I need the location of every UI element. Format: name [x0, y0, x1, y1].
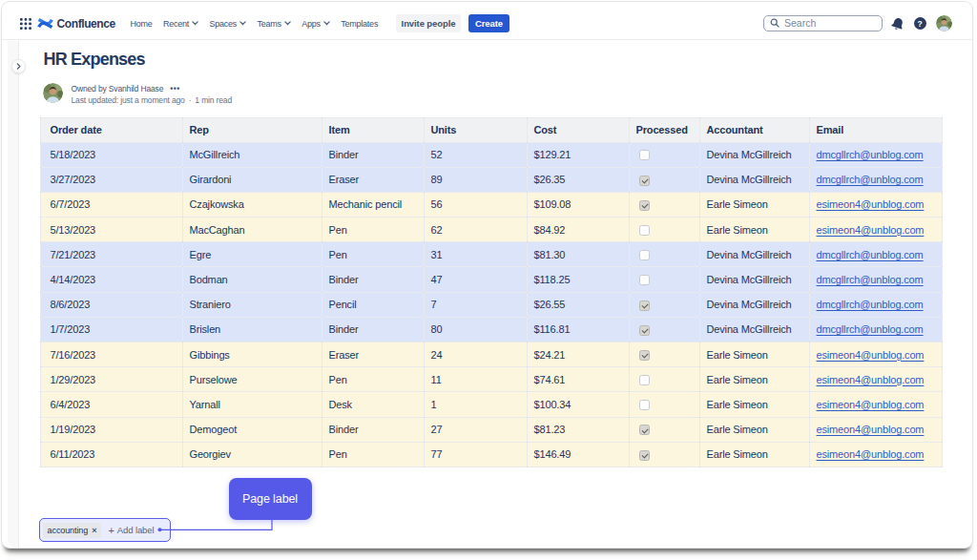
- nav-menu-item[interactable]: Home: [131, 19, 153, 29]
- invite-people-button[interactable]: Invite people: [396, 14, 461, 32]
- processed-checkbox[interactable]: [639, 275, 650, 285]
- label-chip-accounting[interactable]: accounting ×: [43, 523, 102, 538]
- email-link[interactable]: esimeon4@unblog.com: [817, 374, 925, 385]
- help-button[interactable]: ?: [914, 2, 926, 45]
- confluence-logo[interactable]: Confluence: [37, 15, 115, 31]
- table-row: 4/14/2023 Bodman Binder 47 $118.25 Devin…: [40, 267, 942, 292]
- cell-processed: [629, 417, 699, 442]
- processed-checkbox[interactable]: [639, 150, 650, 160]
- table-header-cell: Email: [809, 118, 942, 143]
- processed-checkbox[interactable]: [639, 450, 650, 461]
- processed-checkbox[interactable]: [639, 375, 650, 385]
- cell-accountant: Earle Simeon: [699, 367, 809, 392]
- cell-email: esimeon4@unblog.com: [809, 192, 942, 217]
- chevron-down-icon: [239, 21, 246, 26]
- nav-menu-item[interactable]: Recent: [163, 19, 198, 29]
- chevron-down-icon: [323, 21, 330, 26]
- email-link[interactable]: esimeon4@unblog.com: [817, 224, 925, 236]
- app-switcher-grid-icon[interactable]: [20, 18, 31, 30]
- processed-checkbox[interactable]: [639, 200, 650, 211]
- cell-rep: Egre: [182, 242, 322, 267]
- processed-checkbox[interactable]: [639, 425, 650, 435]
- owner-avatar[interactable]: [43, 83, 63, 103]
- cell-cost: $74.61: [527, 367, 629, 392]
- chevron-down-icon: [192, 21, 198, 26]
- cell-cost: $118.25: [527, 267, 629, 292]
- nav-menu-item-label: Teams: [258, 19, 281, 29]
- table-header-cell: Item: [322, 118, 424, 143]
- nav-menu-item[interactable]: Templates: [341, 19, 378, 29]
- cell-email: esimeon4@unblog.com: [809, 367, 942, 392]
- remove-label-icon[interactable]: ×: [92, 526, 96, 535]
- user-avatar-button[interactable]: [936, 2, 952, 45]
- cell-item: Binder: [322, 142, 424, 167]
- table-row: 5/18/2023 McGillreich Binder 52 $129.21 …: [40, 142, 942, 167]
- cell-email: esimeon4@unblog.com: [809, 442, 942, 467]
- cell-email: dmcgllrch@unblog.com: [809, 292, 942, 317]
- cell-processed: [629, 167, 699, 192]
- processed-checkbox[interactable]: [639, 301, 650, 311]
- cell-accountant: Earle Simeon: [699, 442, 809, 467]
- cell-email: dmcgllrch@unblog.com: [809, 242, 942, 267]
- email-link[interactable]: dmcgllrch@unblog.com: [817, 249, 924, 260]
- email-link[interactable]: dmcgllrch@unblog.com: [817, 323, 924, 335]
- cell-item: Binder: [322, 267, 424, 292]
- cell-email: dmcgllrch@unblog.com: [809, 142, 942, 167]
- email-link[interactable]: esimeon4@unblog.com: [817, 424, 925, 435]
- create-button[interactable]: Create: [468, 14, 509, 32]
- processed-checkbox[interactable]: [639, 250, 650, 260]
- cell-units: 7: [424, 292, 527, 317]
- email-link[interactable]: dmcgllrch@unblog.com: [817, 299, 924, 310]
- search-box[interactable]: [763, 15, 883, 31]
- cell-rep: MacCaghan: [182, 218, 322, 242]
- search-input[interactable]: [784, 17, 870, 29]
- cell-order-date: 8/6/2023: [40, 292, 182, 317]
- nav-menu-item[interactable]: Apps: [301, 19, 330, 29]
- email-link[interactable]: dmcgllrch@unblog.com: [817, 174, 924, 185]
- processed-checkbox[interactable]: [639, 225, 650, 236]
- table-header-cell: Accountant: [699, 118, 809, 143]
- email-link[interactable]: dmcgllrch@unblog.com: [817, 149, 924, 160]
- nav-menu-item-label: Spaces: [210, 19, 238, 29]
- processed-checkbox[interactable]: [639, 325, 650, 336]
- add-label-button[interactable]: + Add label: [108, 525, 154, 535]
- email-link[interactable]: dmcgllrch@unblog.com: [817, 274, 924, 285]
- cell-order-date: 4/14/2023: [40, 267, 182, 292]
- nav-menu: Home Recent Spaces: [131, 2, 379, 45]
- processed-checkbox[interactable]: [639, 350, 650, 361]
- app-window: Confluence Home Recent: [1, 1, 973, 549]
- processed-checkbox[interactable]: [639, 176, 650, 186]
- cell-accountant: Devina McGillreich: [699, 292, 809, 317]
- cell-rep: Bodman: [182, 267, 322, 292]
- cell-accountant: Earle Simeon: [699, 392, 809, 417]
- owned-by-text[interactable]: Owned by Svanhild Haase: [72, 84, 164, 95]
- question-mark-icon: ?: [914, 17, 926, 30]
- cell-units: 56: [424, 192, 527, 217]
- expand-sidebar-button[interactable]: [11, 59, 26, 73]
- email-link[interactable]: esimeon4@unblog.com: [817, 448, 925, 460]
- bell-icon: [889, 15, 906, 32]
- cell-processed: [629, 292, 699, 317]
- more-actions-button[interactable]: •••: [170, 84, 179, 95]
- processed-checkbox[interactable]: [639, 400, 650, 410]
- email-link[interactable]: esimeon4@unblog.com: [817, 349, 925, 361]
- cell-email: esimeon4@unblog.com: [809, 218, 942, 242]
- email-link[interactable]: esimeon4@unblog.com: [817, 399, 925, 410]
- nav-menu-item[interactable]: Teams: [258, 19, 291, 29]
- cell-order-date: 6/4/2023: [40, 392, 182, 417]
- cell-processed: [629, 317, 699, 342]
- plus-icon: +: [108, 526, 114, 535]
- cell-item: Desk: [322, 392, 424, 417]
- cell-email: esimeon4@unblog.com: [809, 417, 942, 442]
- last-updated-text[interactable]: Last updated: just a moment ago: [72, 95, 185, 107]
- cell-item: Binder: [322, 417, 424, 442]
- cell-accountant: Earle Simeon: [699, 192, 809, 217]
- page-label-callout: Page label: [229, 478, 312, 520]
- cell-item: Eraser: [322, 342, 424, 367]
- cell-units: 52: [424, 142, 527, 167]
- notifications-button[interactable]: [891, 2, 904, 45]
- email-link[interactable]: esimeon4@unblog.com: [817, 198, 925, 210]
- table-row: 6/4/2023 Yarnall Desk 1 $100.34 Earle Si…: [40, 392, 942, 417]
- nav-menu-item[interactable]: Spaces: [210, 19, 247, 29]
- cell-processed: [629, 218, 699, 242]
